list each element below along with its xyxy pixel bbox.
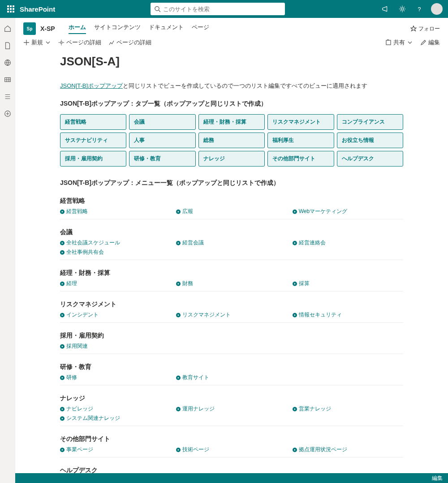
add-icon[interactable] (3, 109, 12, 118)
menu-items: インシデントリスクマネジメント情報セキュリティ (60, 311, 403, 323)
new-button[interactable]: 新規 (23, 38, 51, 47)
intro-link[interactable]: JSON[T-B]ポップアップ (60, 82, 123, 89)
menu-list: 経営戦略経営戦略広報Webマーケティング会議全社会議スケジュール経営会議経営連絡… (60, 193, 403, 483)
play-icon (60, 416, 65, 421)
menu-item[interactable]: 全社事例共有会 (60, 248, 171, 256)
follow-button[interactable]: フォロー (410, 25, 440, 33)
command-bar: 新規 ページの詳細 ページの詳細 共有 (15, 35, 448, 50)
menu-item[interactable]: 教育サイト (176, 374, 287, 381)
menu-item-label: 技術ページ (182, 446, 209, 453)
play-icon (60, 209, 65, 214)
avatar[interactable] (431, 3, 443, 15)
menu-item[interactable]: 研修 (60, 374, 171, 381)
tab-cell-11[interactable]: 研修・教育 (129, 151, 195, 167)
tab-cell-3[interactable]: リスクマネジメント (267, 114, 334, 130)
app-launcher-icon[interactable] (4, 2, 18, 16)
menu-item[interactable]: ナビレッジ (60, 405, 171, 413)
menu-category-label: リスクマネジメント (60, 297, 403, 311)
brand[interactable]: SharePoint (20, 5, 55, 13)
help-icon[interactable]: ? (414, 4, 425, 14)
menu-item[interactable]: 経営連絡会 (293, 239, 403, 247)
list-icon[interactable] (3, 92, 12, 101)
site-logo[interactable]: Sp (23, 22, 36, 35)
site-name[interactable]: X-SP (40, 25, 55, 32)
menu-item[interactable]: 営業ナレッジ (293, 405, 403, 413)
play-icon (176, 241, 181, 245)
tab-cell-14[interactable]: ヘルプデスク (337, 151, 403, 167)
tab-cell-0[interactable]: 経営戦略 (60, 114, 126, 130)
menu-item[interactable]: 技術ページ (176, 446, 287, 453)
share-button[interactable]: 共有 (385, 38, 413, 47)
menu-category-label: 経営戦略 (60, 193, 403, 208)
menu-item[interactable]: 拠点運用状況ページ (293, 446, 403, 453)
search-input[interactable] (163, 6, 281, 13)
play-icon (293, 407, 297, 411)
tab-cell-9[interactable]: お役立ち情報 (337, 133, 403, 148)
menu-item[interactable]: 財務 (176, 280, 287, 287)
home-icon[interactable] (3, 24, 12, 33)
tab-cell-13[interactable]: その他部門サイト (267, 151, 334, 167)
tab-2[interactable]: ドキュメント (149, 23, 184, 34)
gear-icon[interactable] (397, 4, 408, 14)
play-icon (176, 448, 181, 452)
tab-cell-8[interactable]: 福利厚生 (267, 133, 334, 148)
edit-button[interactable]: 編集 (420, 38, 440, 47)
footer-edit-button[interactable]: 編集 (432, 474, 443, 482)
menu-item[interactable]: 情報セキュリティ (293, 311, 403, 319)
menu-item[interactable]: 経営戦略 (60, 208, 171, 215)
menu-category-label: ナレッジ (60, 391, 403, 405)
menu-item-label: 運用ナレッジ (182, 405, 215, 413)
tab-cell-10[interactable]: 採用・雇用契約 (60, 151, 126, 167)
menu-items: ナビレッジ運用ナレッジ営業ナレッジシステム関連ナレッジ (60, 405, 403, 426)
intro-suffix: と同じリストでビューを作成しているので一つのリスト編集ですべてのビューに適用され… (123, 82, 367, 89)
play-icon (60, 344, 65, 349)
tab-cell-5[interactable]: サステナビリティ (60, 133, 126, 148)
play-icon (176, 282, 181, 286)
document-icon[interactable] (3, 41, 12, 50)
tab-cell-1[interactable]: 会議 (129, 114, 195, 130)
menu-item-label: 採用関連 (66, 342, 88, 350)
menu-item-label: 経営会議 (182, 239, 204, 247)
megaphone-icon[interactable] (380, 4, 391, 14)
tab-0[interactable]: ホーム (69, 23, 86, 34)
menu-item[interactable]: 広報 (176, 208, 287, 215)
menu-item[interactable]: 採算 (293, 280, 403, 287)
tab-cell-2[interactable]: 経理・財務・採算 (198, 114, 265, 130)
menu-item[interactable]: 事業ページ (60, 446, 171, 453)
menu-items: 経営戦略広報Webマーケティング (60, 208, 403, 219)
play-icon (176, 376, 181, 380)
menu-item[interactable]: 採用関連 (60, 342, 171, 350)
menu-item-label: リスクマネジメント (182, 311, 231, 319)
menu-item-label: 財務 (182, 280, 193, 287)
play-icon (60, 376, 65, 380)
tab-cell-6[interactable]: 人事 (129, 133, 195, 148)
menu-item[interactable]: Webマーケティング (293, 208, 403, 215)
grid-icon[interactable] (3, 75, 12, 84)
menu-item[interactable]: 全社会議スケジュール (60, 239, 171, 247)
search-box[interactable] (151, 3, 285, 15)
tab-cell-12[interactable]: ナレッジ (198, 151, 265, 167)
menu-section: リスクマネジメントインシデントリスクマネジメント情報セキュリティ (60, 297, 403, 323)
menu-item-label: 研修 (66, 374, 77, 381)
left-rail (0, 18, 15, 483)
menu-item[interactable]: 経理 (60, 280, 171, 287)
svg-text:?: ? (418, 6, 421, 13)
menu-category-label: 会議 (60, 225, 403, 239)
tab-cell-7[interactable]: 総務 (198, 133, 265, 148)
menu-item-label: 全社事例共有会 (66, 248, 104, 256)
globe-icon[interactable] (3, 58, 12, 67)
menu-item[interactable]: システム関連ナレッジ (60, 415, 171, 422)
menu-item[interactable]: リスクマネジメント (176, 311, 287, 319)
menu-item[interactable]: 運用ナレッジ (176, 405, 287, 413)
tab-3[interactable]: ページ (192, 23, 209, 34)
menu-item[interactable]: 経営会議 (176, 239, 287, 247)
page-details-button[interactable]: ページの詳細 (58, 38, 101, 47)
play-icon (293, 282, 297, 286)
svg-point-9 (155, 6, 159, 10)
tab-1[interactable]: サイトコンテンツ (94, 23, 141, 34)
tab-cell-4[interactable]: コンプライアンス (337, 114, 403, 130)
share-icon (385, 39, 392, 46)
page-details-button-2[interactable]: ページの詳細 (108, 38, 151, 47)
chevron-down-icon (407, 39, 413, 46)
menu-item[interactable]: インシデント (60, 311, 171, 319)
